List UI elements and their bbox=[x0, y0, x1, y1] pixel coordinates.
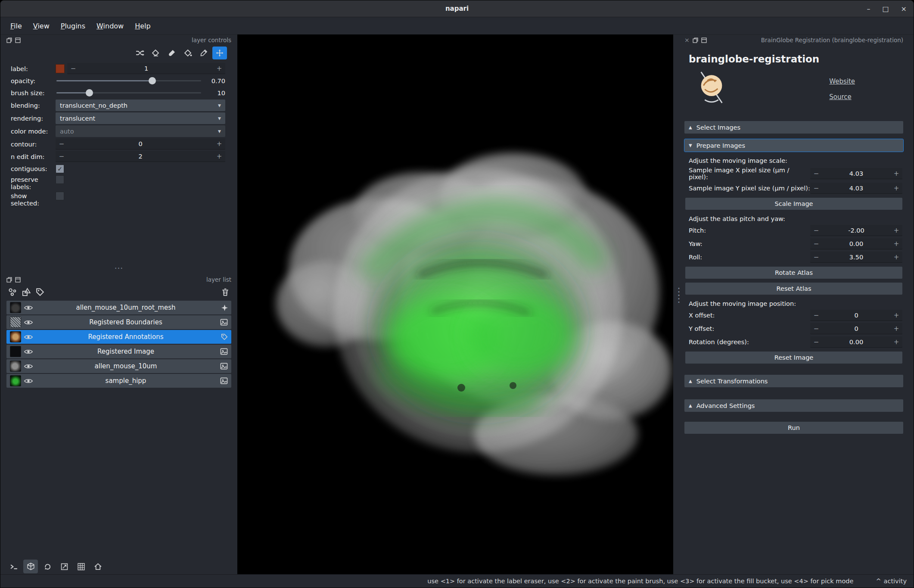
layer-row[interactable]: allen_mouse_10um_root_mesh bbox=[6, 301, 231, 314]
scale-image-button[interactable]: Scale Image bbox=[685, 198, 902, 210]
home-reset-view-button[interactable] bbox=[90, 560, 105, 573]
increment-button[interactable]: + bbox=[890, 240, 902, 248]
spin-value[interactable]: -2.00 bbox=[822, 227, 890, 234]
spin-value[interactable]: 0.00 bbox=[822, 339, 890, 345]
hide-panel-icon[interactable] bbox=[701, 37, 707, 43]
decrement-button[interactable]: − bbox=[56, 152, 68, 160]
increment-button[interactable]: + bbox=[213, 140, 225, 148]
spin-value[interactable]: 0.00 bbox=[822, 240, 890, 247]
section-prepare-images[interactable]: ▼ Prepare Images bbox=[684, 139, 903, 152]
increment-button[interactable]: + bbox=[890, 338, 902, 346]
layer-name[interactable]: Registered Image bbox=[35, 348, 217, 355]
spin-value[interactable]: 4.03 bbox=[822, 170, 890, 177]
label-value[interactable]: 1 bbox=[79, 65, 213, 72]
show-selected-checkbox[interactable] bbox=[56, 192, 64, 200]
layer-row[interactable]: sample_hipp bbox=[6, 374, 231, 388]
pitch-spinbox[interactable]: − -2.00 + bbox=[810, 225, 902, 236]
activity-toggle[interactable]: ^ activity bbox=[876, 578, 907, 585]
dock-splitter-handle[interactable]: ⋯ bbox=[6, 265, 231, 272]
contour-value[interactable]: 0 bbox=[68, 140, 213, 147]
layer-name[interactable]: allen_mouse_10um bbox=[35, 362, 217, 370]
visibility-eye-icon[interactable] bbox=[24, 362, 35, 370]
n-edit-dim-value[interactable]: 2 bbox=[68, 153, 213, 160]
visibility-eye-icon[interactable] bbox=[24, 304, 35, 311]
n-edit-dim-spinbox[interactable]: − 2 + bbox=[56, 151, 225, 162]
titlebar[interactable]: napari – □ × bbox=[0, 0, 914, 17]
float-panel-icon[interactable] bbox=[6, 277, 12, 283]
increment-button[interactable]: + bbox=[890, 184, 902, 192]
increment-button[interactable]: + bbox=[890, 325, 902, 333]
transpose-dimensions-button[interactable] bbox=[57, 560, 72, 573]
increment-button[interactable]: + bbox=[890, 253, 902, 261]
spin-value[interactable]: 3.50 bbox=[822, 254, 890, 261]
menu-help[interactable]: Help bbox=[129, 19, 156, 33]
increment-button[interactable]: + bbox=[213, 65, 225, 72]
paint-brush-tool[interactable] bbox=[165, 47, 179, 59]
visibility-eye-icon[interactable] bbox=[24, 318, 35, 326]
layer-row[interactable]: allen_mouse_10um bbox=[6, 359, 231, 373]
slider-handle[interactable] bbox=[149, 77, 156, 84]
layer-name[interactable]: sample_hipp bbox=[35, 377, 217, 385]
layer-name[interactable]: Registered Annotations bbox=[35, 333, 217, 341]
section-advanced-settings[interactable]: ▲ Advanced Settings bbox=[684, 399, 903, 412]
sample-y-pixel-spinbox[interactable]: − 4.03 + bbox=[810, 183, 902, 194]
decrement-button[interactable]: − bbox=[810, 227, 822, 234]
close-button[interactable]: × bbox=[901, 5, 907, 13]
delete-layer-icon[interactable] bbox=[222, 288, 229, 296]
layer-name[interactable]: allen_mouse_10um_root_mesh bbox=[35, 304, 217, 311]
viewer-canvas[interactable] bbox=[237, 34, 673, 575]
section-select-images[interactable]: ▲ Select Images bbox=[684, 121, 903, 134]
new-shapes-layer-icon[interactable] bbox=[22, 288, 31, 296]
decrement-button[interactable]: − bbox=[810, 311, 822, 319]
decrement-button[interactable]: − bbox=[810, 184, 822, 192]
contour-spinbox[interactable]: − 0 + bbox=[56, 138, 225, 149]
label-color-swatch[interactable] bbox=[56, 64, 65, 73]
eraser-tool[interactable] bbox=[149, 47, 163, 59]
increment-button[interactable]: + bbox=[890, 170, 902, 177]
hide-panel-icon[interactable] bbox=[15, 277, 21, 283]
increment-button[interactable]: + bbox=[890, 227, 902, 234]
increment-button[interactable]: + bbox=[890, 311, 902, 319]
new-labels-layer-icon[interactable] bbox=[36, 288, 44, 296]
decrement-button[interactable]: − bbox=[810, 253, 822, 261]
maximize-button[interactable]: □ bbox=[882, 5, 889, 13]
increment-button[interactable]: + bbox=[213, 152, 225, 160]
new-points-layer-icon[interactable] bbox=[8, 288, 17, 296]
layer-row[interactable]: Registered Boundaries bbox=[6, 315, 231, 329]
pan-zoom-tool[interactable] bbox=[212, 47, 227, 59]
menu-plugins[interactable]: Plugins bbox=[55, 19, 91, 33]
reset-image-button[interactable]: Reset Image bbox=[685, 352, 902, 364]
color-mode-dropdown[interactable]: auto ▼ bbox=[56, 125, 225, 137]
fill-bucket-tool[interactable] bbox=[180, 47, 195, 59]
label-spinbox[interactable]: − 1 + bbox=[67, 63, 225, 74]
decrement-button[interactable]: − bbox=[810, 240, 822, 248]
menu-view[interactable]: View bbox=[28, 19, 55, 33]
decrement-button[interactable]: − bbox=[56, 140, 68, 148]
hide-panel-icon[interactable] bbox=[15, 37, 21, 43]
x-offset-spinbox[interactable]: − 0 + bbox=[810, 310, 902, 321]
roll-dimensions-button[interactable] bbox=[40, 560, 55, 573]
rendering-dropdown[interactable]: translucent ▼ bbox=[56, 112, 225, 124]
grid-view-button[interactable] bbox=[74, 560, 88, 573]
float-panel-icon[interactable] bbox=[6, 37, 12, 43]
rotation-spinbox[interactable]: − 0.00 + bbox=[810, 336, 902, 348]
decrement-button[interactable]: − bbox=[810, 338, 822, 346]
decrement-button[interactable]: − bbox=[67, 65, 79, 72]
visibility-eye-icon[interactable] bbox=[24, 333, 35, 341]
run-button[interactable]: Run bbox=[684, 422, 903, 434]
visibility-eye-icon[interactable] bbox=[24, 348, 35, 355]
ndisplay-toggle-button[interactable] bbox=[23, 560, 38, 573]
contiguous-checkbox[interactable]: ✓ bbox=[56, 165, 64, 173]
console-button[interactable] bbox=[6, 560, 21, 573]
sample-x-pixel-spinbox[interactable]: − 4.03 + bbox=[810, 168, 902, 179]
float-panel-icon[interactable] bbox=[693, 37, 698, 43]
source-link[interactable]: Source bbox=[829, 93, 855, 101]
minimize-button[interactable]: – bbox=[867, 5, 870, 13]
menu-file[interactable]: File bbox=[5, 19, 28, 33]
layer-row[interactable]: Registered Image bbox=[6, 345, 231, 358]
brush-size-slider[interactable] bbox=[56, 87, 202, 98]
visibility-eye-icon[interactable] bbox=[24, 377, 35, 385]
section-select-transformations[interactable]: ▲ Select Transformations bbox=[684, 375, 903, 387]
preserve-labels-checkbox[interactable] bbox=[56, 175, 64, 184]
roll-spinbox[interactable]: − 3.50 + bbox=[810, 252, 902, 263]
